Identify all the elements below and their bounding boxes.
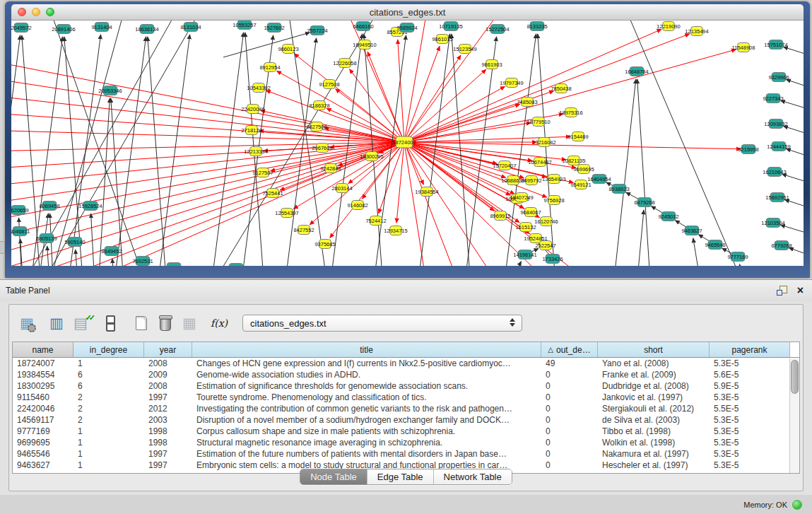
- table-cell[interactable]: 0: [541, 392, 598, 403]
- graph-node[interactable]: 9375685: [314, 240, 335, 249]
- column-header-title[interactable]: title: [192, 342, 541, 357]
- table-cell[interactable]: 0: [541, 380, 598, 392]
- graph-node[interactable]: 2967608: [312, 144, 332, 153]
- graph-node[interactable]: 8186328: [309, 101, 329, 110]
- table-cell[interactable]: 2009: [144, 369, 192, 380]
- graph-node[interactable]: 8649452: [101, 247, 122, 256]
- graph-node[interactable]: 19797349: [500, 78, 523, 88]
- table-cell[interactable]: de Silva et al. (2003): [598, 414, 710, 426]
- table-cell[interactable]: 2008: [144, 358, 192, 369]
- graph-node[interactable]: 2522547: [535, 241, 555, 250]
- table-cell[interactable]: Wolkin et al. (1998): [598, 437, 710, 448]
- table-row[interactable]: 1872400712008Changes of HCN gene express…: [13, 358, 799, 369]
- new-table-icon[interactable]: [131, 313, 152, 334]
- graph-node[interactable]: 8215958: [738, 145, 758, 154]
- graph-node[interactable]: 9699695: [573, 165, 594, 174]
- graph-node[interactable]: 7525441: [262, 189, 283, 198]
- table-cell[interactable]: Disruption of a novel member of a sodium…: [192, 414, 541, 426]
- graph-node[interactable]: 9465546: [705, 240, 725, 250]
- tab-node-table[interactable]: Node Table: [300, 469, 367, 484]
- table-cell[interactable]: 2: [73, 403, 144, 414]
- tab-network-table[interactable]: Network Table: [434, 469, 512, 484]
- graph-node[interactable]: 15928524: [78, 201, 102, 211]
- graph-node[interactable]: 9127507: [252, 168, 273, 177]
- table-cell[interactable]: 19384554: [13, 369, 73, 380]
- table-settings-icon[interactable]: [16, 313, 37, 334]
- graph-node[interactable]: 12226058: [333, 59, 356, 68]
- graph-node[interactable]: 15692951: [765, 193, 789, 202]
- graph-node[interactable]: 9777169: [727, 252, 748, 262]
- table-cell[interactable]: 1: [73, 448, 144, 460]
- table-cell[interactable]: 1: [73, 358, 144, 369]
- table-cell[interactable]: 1998: [144, 437, 192, 448]
- graph-node[interactable]: 10821135: [563, 156, 586, 165]
- graph-node[interactable]: 19384554: [415, 187, 438, 197]
- delete-table-icon[interactable]: [155, 313, 176, 334]
- graph-node[interactable]: 5905139: [36, 234, 57, 243]
- graph-node[interactable]: 8912954: [259, 63, 280, 72]
- column-header-name[interactable]: name: [13, 342, 73, 357]
- select-rows-icon[interactable]: [70, 313, 91, 334]
- table-cell[interactable]: Nakamura et al. (1997): [598, 448, 710, 460]
- graph-node[interactable]: 15751074: [764, 40, 787, 49]
- table-cell[interactable]: Changes of HCN gene expression and I(f) …: [192, 358, 541, 369]
- table-row[interactable]: 977716911998Corpus callosum shape and si…: [13, 426, 799, 437]
- vertical-scrollbar[interactable]: [789, 358, 799, 473]
- table-cell[interactable]: 5.3E-5: [710, 437, 790, 448]
- table-cell[interactable]: 0: [541, 448, 598, 460]
- table-cell[interactable]: 2012: [144, 403, 192, 414]
- table-cell[interactable]: 18724007: [13, 358, 73, 369]
- graph-node[interactable]: 16949510: [353, 40, 376, 49]
- graph-node[interactable]: 13216042: [532, 138, 555, 147]
- graph-node[interactable]: 5905140: [64, 238, 85, 247]
- graph-node[interactable]: 10730608: [224, 264, 247, 267]
- table-cell[interactable]: 2: [73, 392, 144, 403]
- graph-node[interactable]: 8427552: [293, 226, 314, 235]
- graph-node[interactable]: 1733426: [542, 255, 563, 264]
- table-cell[interactable]: 9465546: [13, 448, 73, 460]
- table-cell[interactable]: 5.6E-5: [710, 369, 790, 380]
- table-cell[interactable]: 2003: [144, 414, 192, 426]
- graph-node[interactable]: 9463627: [681, 226, 702, 235]
- graph-node[interactable]: 1615132: [515, 223, 536, 232]
- panel-collapse-handle[interactable]: [0, 241, 5, 254]
- graph-node[interactable]: 9860123: [278, 45, 298, 54]
- graph-node[interactable]: 9046811: [11, 227, 30, 236]
- table-cell[interactable]: Tourette syndrome. Phenomenology and cla…: [192, 392, 541, 403]
- table-cell[interactable]: 22420046: [13, 403, 73, 414]
- table-cell[interactable]: 1: [73, 437, 144, 448]
- graph-node[interactable]: 9861015: [432, 35, 452, 44]
- table-cell[interactable]: 5.9E-5: [710, 380, 790, 392]
- graph-node[interactable]: 7524412: [365, 216, 386, 226]
- graph-node[interactable]: 14196141: [513, 250, 536, 259]
- graph-node[interactable]: 12135494: [685, 27, 708, 36]
- table-cell[interactable]: 14569117: [13, 414, 73, 426]
- graph-node[interactable]: 9827508: [306, 122, 326, 132]
- graph-node[interactable]: 16648784: [625, 67, 648, 76]
- graph-node[interactable]: 10543392: [247, 83, 270, 93]
- table-cell[interactable]: Investigating the contribution of common…: [192, 403, 541, 414]
- table-cell[interactable]: 1998: [144, 426, 192, 437]
- graph-node[interactable]: 20891406: [52, 25, 75, 34]
- graph-node[interactable]: 2045572: [11, 23, 32, 33]
- graph-node[interactable]: 10553257: [233, 21, 256, 30]
- table-cell[interactable]: 5.3E-5: [710, 448, 790, 460]
- graph-node[interactable]: 2803144: [331, 184, 352, 193]
- graph-node[interactable]: 13654923: [542, 175, 565, 184]
- table-cell[interactable]: 9699695: [13, 437, 73, 448]
- table-cell[interactable]: Yano et al. (2008): [598, 358, 710, 369]
- graph-node[interactable]: 6479268: [634, 198, 654, 207]
- scrollbar-thumb[interactable]: [791, 360, 799, 394]
- graph-node[interactable]: 16404954: [587, 175, 611, 184]
- table-row[interactable]: 946554611997Estimation of the future num…: [13, 448, 799, 460]
- graph-node[interactable]: 1527602: [264, 23, 284, 33]
- table-cell[interactable]: 1997: [144, 448, 192, 460]
- graph-node[interactable]: 8938923: [608, 185, 629, 194]
- graph-node[interactable]: 8131034: [180, 23, 201, 32]
- tab-edge-table[interactable]: Edge Table: [367, 469, 434, 484]
- table-cell[interactable]: Stergiakouli et al. (2012): [598, 403, 710, 414]
- graph-node[interactable]: 15720407: [493, 161, 516, 170]
- table-cell[interactable]: 5.5E-5: [710, 403, 790, 414]
- graph-node[interactable]: 12219090: [657, 22, 680, 31]
- function-builder-icon[interactable]: [208, 313, 230, 334]
